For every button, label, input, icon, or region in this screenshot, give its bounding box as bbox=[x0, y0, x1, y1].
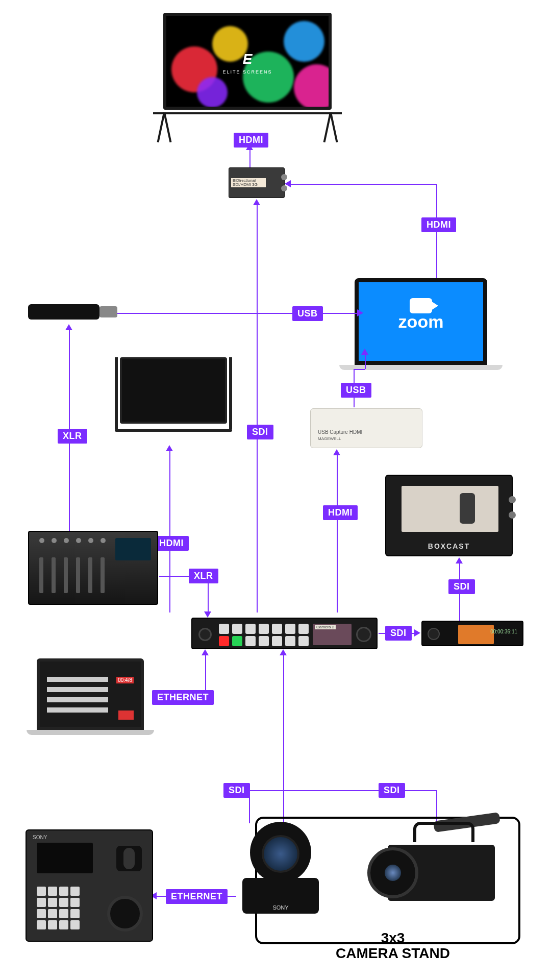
label-usb-1: USB bbox=[292, 306, 323, 321]
label-sdi-cam2: SDI bbox=[379, 783, 405, 798]
zoom-laptop: zoom bbox=[339, 278, 503, 380]
label-sdi-boxcast: SDI bbox=[448, 579, 475, 594]
capture-label: USB Capture HDMI bbox=[318, 429, 362, 435]
label-usb-2: USB bbox=[341, 383, 371, 398]
audio-usb-adapter bbox=[28, 301, 117, 323]
preview-monitor bbox=[115, 352, 232, 444]
label-hdmi-1: HDMI bbox=[234, 133, 268, 148]
stand-label-2: CAMERA STAND bbox=[327, 945, 459, 962]
label-sdi-atem-rec: SDI bbox=[385, 626, 412, 641]
capture-brand: MAGEWELL bbox=[318, 436, 341, 441]
boxcast-encoder: BOXCAST bbox=[385, 475, 513, 556]
sony-ptz-controller: SONY bbox=[26, 829, 153, 942]
camcorder bbox=[367, 817, 510, 919]
label-sdi-cam1: SDI bbox=[223, 783, 250, 798]
label-hdmi-2: HDMI bbox=[421, 217, 456, 232]
boxcast-label: BOXCAST bbox=[428, 542, 470, 550]
stand-label-1: 3x3 bbox=[327, 930, 459, 946]
converter-text: BiDirectional SDI/HDMI 3G bbox=[231, 178, 266, 187]
label-eth-2: ETHERNET bbox=[166, 889, 228, 904]
label-sdi-vert: SDI bbox=[247, 425, 273, 439]
ptz-camera: SONY bbox=[232, 822, 329, 924]
sony-text: SONY bbox=[272, 904, 288, 911]
diagram-canvas: E ELITE SCREENS HDMI BiDirectional SDI/H… bbox=[0, 0, 551, 980]
label-hdmi-cap: HDMI bbox=[323, 505, 358, 520]
recorder-time: 00:00:36:11 bbox=[490, 629, 517, 634]
ctrl-rec: 00:4/8 bbox=[116, 677, 134, 683]
usb-capture-hdmi: USB Capture HDMI MAGEWELL bbox=[310, 408, 422, 448]
zoom-text: zoom bbox=[398, 312, 444, 332]
elite-screens-text: ELITE SCREENS bbox=[222, 69, 272, 75]
label-xlr-1: XLR bbox=[58, 429, 87, 444]
projection-screen: E ELITE SCREENS bbox=[153, 13, 342, 145]
hyperdeck-recorder: 00:00:36:11 bbox=[421, 621, 523, 646]
audio-mixer bbox=[28, 531, 158, 605]
control-laptop: 00:4/8 bbox=[27, 658, 154, 745]
label-xlr-2: XLR bbox=[189, 569, 218, 583]
sdi-hdmi-converter: BiDirectional SDI/HDMI 3G bbox=[229, 167, 285, 198]
atem-switcher: Camera 2 bbox=[191, 618, 378, 649]
sony-brand: SONY bbox=[33, 835, 47, 840]
label-eth-1: ETHERNET bbox=[152, 690, 214, 705]
atem-preview-tag: Camera 2 bbox=[315, 625, 336, 629]
label-hdmi-mon: HDMI bbox=[154, 536, 189, 551]
